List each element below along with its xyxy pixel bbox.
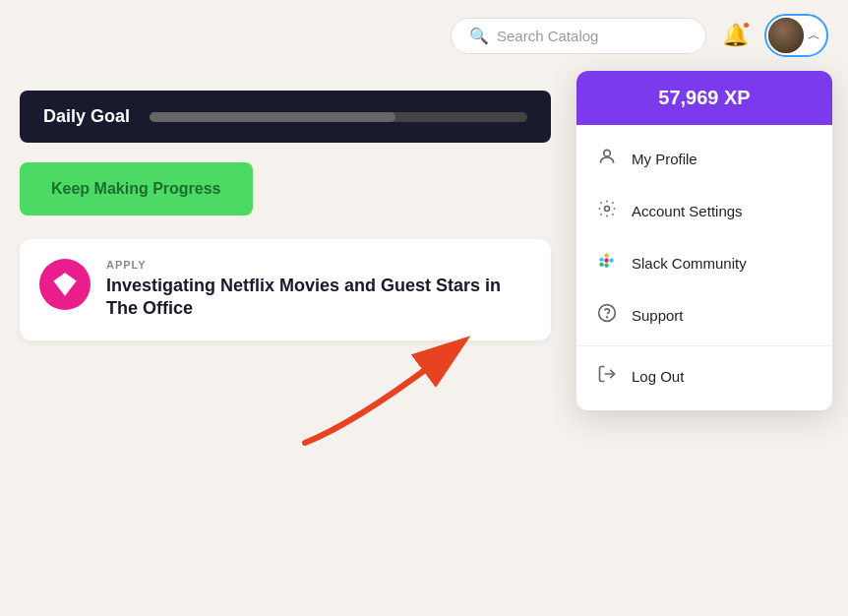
search-input-placeholder: Search Catalog	[497, 28, 598, 44]
xp-banner: 57,969 XP	[576, 71, 832, 125]
daily-goal-section: Daily Goal	[20, 91, 551, 143]
svg-rect-8	[605, 264, 609, 268]
avatar	[768, 18, 804, 53]
menu-item-my-profile[interactable]: My Profile	[576, 133, 832, 185]
menu-divider	[576, 345, 832, 346]
svg-rect-5	[605, 254, 609, 258]
menu-item-support-label: Support	[632, 307, 684, 324]
svg-point-10	[607, 317, 608, 318]
header: 🔍 Search Catalog 🔔 ︿	[0, 0, 848, 71]
search-bar[interactable]: 🔍 Search Catalog	[451, 18, 706, 54]
chevron-up-icon: ︿	[808, 27, 820, 44]
svg-rect-7	[610, 259, 614, 263]
menu-item-log-out-label: Log Out	[632, 368, 684, 385]
notifications-button[interactable]: 🔔	[718, 19, 753, 52]
svg-rect-6	[605, 259, 609, 263]
logout-icon	[596, 364, 618, 389]
svg-rect-4	[600, 263, 604, 267]
svg-rect-3	[600, 258, 604, 262]
apply-title: Investigating Netflix Movies and Guest S…	[106, 275, 531, 321]
user-menu-button[interactable]: ︿	[764, 14, 828, 57]
person-icon	[596, 147, 618, 171]
menu-item-account-settings-label: Account Settings	[632, 203, 743, 219]
xp-value: 57,969 XP	[658, 87, 750, 108]
help-icon	[596, 303, 618, 328]
apply-card-icon	[39, 259, 91, 310]
apply-tag: APPLY	[106, 259, 531, 271]
svg-point-2	[605, 207, 610, 212]
progress-track	[150, 112, 527, 122]
search-icon: 🔍	[469, 27, 489, 45]
slack-icon	[596, 251, 618, 276]
keep-making-progress-button[interactable]: Keep Making Progress	[20, 162, 253, 216]
diamond-icon	[51, 271, 79, 298]
user-dropdown-menu: 57,969 XP My Profile Account Settings	[576, 71, 832, 410]
gear-icon	[596, 199, 618, 223]
menu-item-log-out[interactable]: Log Out	[576, 350, 832, 402]
svg-point-1	[604, 150, 611, 156]
menu-item-slack-community[interactable]: Slack Community	[576, 237, 832, 289]
menu-item-support[interactable]: Support	[576, 289, 832, 341]
progress-fill	[150, 112, 395, 122]
menu-item-account-settings[interactable]: Account Settings	[576, 185, 832, 237]
menu-items: My Profile Account Settings	[576, 125, 832, 410]
apply-card[interactable]: APPLY Investigating Netflix Movies and G…	[20, 239, 551, 340]
apply-card-text: APPLY Investigating Netflix Movies and G…	[106, 259, 531, 321]
menu-item-my-profile-label: My Profile	[632, 151, 697, 167]
daily-goal-label: Daily Goal	[43, 106, 130, 127]
notification-dot	[742, 21, 751, 30]
menu-item-slack-community-label: Slack Community	[632, 255, 747, 272]
